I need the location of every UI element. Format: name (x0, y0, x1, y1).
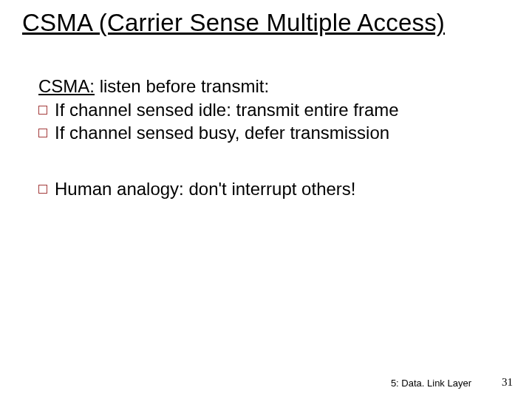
csma-label: CSMA: (38, 76, 95, 96)
bullet-2: If channel sensed busy, defer transmissi… (38, 122, 497, 145)
footer-chapter: 5: Data. Link Layer (391, 378, 471, 389)
bullet-3: Human analogy: don't interrupt others! (38, 178, 497, 201)
bullet-1: If channel sensed idle: transmit entire … (38, 99, 497, 122)
slide: CSMA (Carrier Sense Multiple Access) CSM… (0, 0, 532, 399)
bullet-1-text: If channel sensed idle: transmit entire … (55, 99, 497, 122)
lead-text: listen before transmit: (95, 76, 269, 96)
lead-line: CSMA: listen before transmit: (38, 75, 497, 98)
square-bullet-icon (38, 129, 47, 137)
bullet-2-text: If channel sensed busy, defer transmissi… (55, 122, 497, 145)
bullet-3-text: Human analogy: don't interrupt others! (55, 178, 497, 201)
square-bullet-icon (38, 185, 47, 194)
spacer (38, 146, 497, 178)
slide-title: CSMA (Carrier Sense Multiple Access) (22, 9, 445, 37)
footer-page-number: 31 (502, 376, 513, 389)
square-bullet-icon (38, 106, 47, 115)
slide-body: CSMA: listen before transmit: If channel… (38, 75, 497, 202)
